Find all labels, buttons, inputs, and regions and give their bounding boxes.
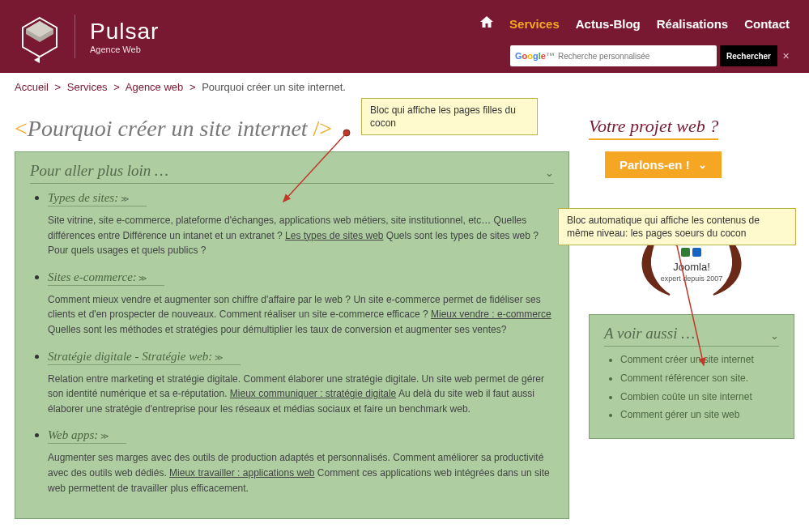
related-item[interactable]: Combien coûte un site internet — [620, 390, 779, 404]
more-section-text: Augmenter ses marges avec des outils de … — [48, 450, 554, 496]
nav-services[interactable]: Services — [509, 17, 560, 31]
inline-link[interactable]: Les types de sites web — [285, 230, 383, 241]
sidebar-project-title: Votre projet web ? — [589, 116, 718, 140]
breadcrumb-accueil[interactable]: Accueil — [15, 81, 49, 93]
nav-realisations[interactable]: Réalisations — [657, 17, 728, 31]
svg-marker-3 — [34, 57, 40, 63]
nav-actus-blog[interactable]: Actus-Blog — [576, 17, 641, 31]
more-section-text: Comment mieux vendre et augmenter son ch… — [48, 292, 554, 338]
annotation-child-pages: Bloc qui affiche les pages filles du coc… — [361, 98, 538, 135]
more-section-text: Site vitrine, site e-commerce, plateform… — [48, 213, 554, 258]
logo-divider — [75, 15, 75, 58]
more-section-title[interactable]: Stratégie digitale - Stratégie web: — [48, 350, 241, 365]
related-item[interactable]: Comment référencer son site. — [620, 372, 779, 385]
home-icon[interactable] — [480, 16, 493, 31]
annotation-sibling-pages: Bloc automatique qui affiche les contenu… — [558, 208, 796, 245]
breadcrumb: Accueil > Services > Agence web > Pourqu… — [0, 73, 809, 93]
breadcrumb-sep: > — [113, 81, 120, 93]
breadcrumb-sep: > — [189, 81, 196, 93]
more-section: Stratégie digitale - Stratégie web: Rela… — [48, 349, 554, 417]
more-section: Sites e-commerce: Comment mieux vendre e… — [48, 270, 554, 338]
breadcrumb-agence-web[interactable]: Agence web — [126, 81, 184, 93]
breadcrumb-services[interactable]: Services — [67, 81, 108, 93]
breadcrumb-sep: > — [55, 81, 62, 93]
cta-button[interactable]: Parlons-en ! ⌄ — [605, 151, 722, 178]
search-close-icon[interactable]: ✕ — [782, 51, 790, 62]
inline-link[interactable]: Mieux vendre : e-commerce — [431, 309, 551, 320]
header: Pulsar Agence Web Services Actus-Blog Ré… — [0, 0, 809, 73]
chevron-down-icon: ⌄ — [698, 159, 707, 171]
main-column: <Pourquoi créer un site internet /> Bloc… — [15, 100, 569, 519]
logo-icon — [19, 16, 60, 57]
inline-link[interactable]: Mieux communiquer : stratégie digitale — [230, 388, 396, 399]
brand-tagline: Agence Web — [90, 45, 159, 54]
search-bar: Google™ Rechercher ✕ — [510, 45, 790, 66]
related-block: A voir aussi …⌄ Comment créer un site in… — [589, 314, 794, 439]
search-box[interactable]: Google™ — [510, 45, 717, 66]
nav-contact[interactable]: Contact — [744, 17, 790, 31]
inline-link[interactable]: Mieux travailler : applications web — [169, 467, 314, 479]
top-nav: Services Actus-Blog Réalisations Contact — [480, 16, 790, 31]
main: <Pourquoi créer un site internet /> Bloc… — [0, 93, 809, 532]
related-title: A voir aussi …⌄ — [604, 325, 779, 347]
logo-text: Pulsar Agence Web — [90, 19, 159, 54]
brand-name: Pulsar — [90, 19, 159, 45]
svg-rect-8 — [681, 248, 690, 257]
more-block-title: Pour aller plus loin …⌄ — [30, 162, 554, 184]
more-section-text: Relation entre marketing et stratégie di… — [48, 372, 554, 417]
breadcrumb-current: Pourquoi créer un site internet. — [202, 81, 346, 93]
related-item[interactable]: Comment gérer un site web — [620, 408, 779, 422]
cta-label: Parlons-en ! — [620, 158, 690, 172]
more-block: Pour aller plus loin …⌄ Types de sites: … — [15, 151, 569, 519]
more-section-title[interactable]: Web apps: — [48, 428, 126, 444]
google-logo-icon: Google™ — [515, 51, 555, 61]
more-section: Web apps: Augmenter ses marges avec des … — [48, 428, 554, 496]
chevron-down-icon: ⌄ — [545, 167, 554, 180]
related-item[interactable]: Comment créer un site internet — [620, 353, 779, 367]
logo[interactable]: Pulsar Agence Web — [19, 15, 159, 58]
chevron-down-icon: ⌄ — [770, 330, 779, 343]
search-input[interactable] — [558, 52, 696, 61]
svg-rect-9 — [692, 248, 701, 257]
more-section-title[interactable]: Types de sites: — [48, 191, 147, 206]
more-section: Types de sites: Site vitrine, site e-com… — [48, 190, 554, 258]
more-section-title[interactable]: Sites e-commerce: — [48, 270, 164, 286]
joomla-sub: expert depuis 2007 — [661, 275, 723, 283]
sidebar: Votre projet web ? Parlons-en ! ⌄ Bloc a… — [589, 100, 794, 519]
search-button[interactable]: Rechercher — [720, 45, 777, 66]
joomla-name: Joomla! — [673, 261, 710, 273]
